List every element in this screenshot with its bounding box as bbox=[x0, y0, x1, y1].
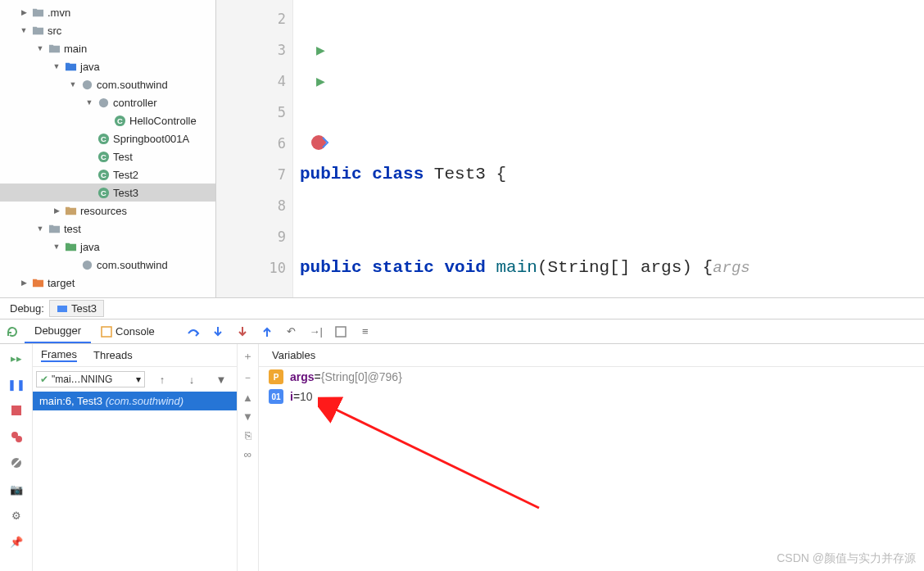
thread-selector[interactable]: ✔"mai…NNING▾ bbox=[36, 371, 145, 387]
svg-rect-16 bbox=[336, 327, 346, 337]
folder-icon bbox=[31, 24, 44, 37]
copy-button[interactable]: ⎘ bbox=[245, 429, 251, 442]
svg-text:C: C bbox=[101, 153, 106, 161]
class-icon: C bbox=[97, 186, 110, 199]
debug-header: Debug: Test3 bbox=[0, 298, 924, 319]
svg-text:C: C bbox=[117, 117, 123, 125]
tree-item-test[interactable]: CTest bbox=[0, 147, 215, 165]
class-icon: C bbox=[97, 150, 110, 163]
svg-rect-14 bbox=[57, 306, 67, 312]
console-tab[interactable]: Console bbox=[91, 320, 165, 343]
variable-row[interactable]: 01 i = 10 bbox=[259, 387, 924, 406]
up-button[interactable]: ▲ bbox=[242, 392, 253, 404]
breakpoint-icon[interactable] bbox=[310, 132, 332, 156]
force-step-into-button[interactable] bbox=[230, 320, 255, 343]
debug-run-config[interactable]: Test3 bbox=[49, 300, 104, 317]
run-gutter-icon[interactable]: ▶ bbox=[316, 75, 325, 88]
drop-frame-button[interactable]: ↶ bbox=[279, 320, 304, 343]
variable-row[interactable]: P args = {String[0]@796} bbox=[259, 367, 924, 387]
pin-button[interactable]: 📌 bbox=[9, 534, 24, 549]
debug-toolbar: Debugger Console ↶ →| ≡ bbox=[0, 319, 924, 344]
param-badge-icon: P bbox=[269, 369, 283, 384]
watermark: CSDN @颜值与实力并存源 bbox=[777, 551, 916, 566]
svg-text:C: C bbox=[101, 171, 106, 179]
prev-frame-button[interactable]: ↑ bbox=[150, 368, 174, 391]
code-editor[interactable]: 2 3▶ 4▶ 5 6 7 8 9 10 public class Test3 … bbox=[216, 0, 924, 297]
debug-side-toolbar: ▸▸ ❚❚ 📷 ⚙ 📌 bbox=[0, 344, 33, 571]
step-over-button[interactable] bbox=[181, 320, 206, 343]
tree-item-testjava[interactable]: ▼java bbox=[0, 238, 215, 256]
frames-tab[interactable]: Frames bbox=[41, 348, 77, 362]
resources-folder-icon bbox=[64, 204, 77, 217]
tree-item-package[interactable]: ▼com.southwind bbox=[0, 75, 215, 93]
tree-item-hello[interactable]: CHelloControlle bbox=[0, 111, 215, 129]
svg-rect-17 bbox=[11, 406, 21, 415]
excluded-folder-icon bbox=[31, 276, 44, 289]
svg-point-12 bbox=[82, 260, 91, 269]
svg-text:C: C bbox=[101, 189, 106, 197]
tree-item-src[interactable]: ▼src bbox=[0, 21, 215, 39]
tree-item-resources[interactable]: ▶resources bbox=[0, 202, 215, 220]
class-icon: C bbox=[113, 114, 126, 127]
stop-button[interactable] bbox=[9, 403, 24, 418]
trace-button[interactable]: ≡ bbox=[353, 320, 378, 343]
variables-panel: Variables P args = {String[0]@796} 01 i … bbox=[259, 344, 924, 571]
project-tree[interactable]: ▶.mvn ▼src ▼main ▼java ▼com.southwind ▼c… bbox=[0, 0, 216, 297]
mute-breakpoints-button[interactable] bbox=[9, 455, 24, 470]
tree-item-test2[interactable]: CTest2 bbox=[0, 165, 215, 184]
settings-button[interactable]: ⚙ bbox=[9, 508, 24, 523]
test-folder-icon bbox=[64, 240, 77, 253]
threads-tab[interactable]: Threads bbox=[93, 349, 133, 361]
view-breakpoints-button[interactable] bbox=[9, 429, 24, 444]
run-gutter-icon[interactable]: ▶ bbox=[316, 43, 325, 57]
frames-side-toolbar: ＋ － ▲ ▼ ⎘ ∞ bbox=[238, 344, 259, 571]
next-frame-button[interactable]: ↓ bbox=[179, 368, 204, 391]
svg-text:C: C bbox=[101, 135, 106, 143]
tree-item-controller[interactable]: ▼controller bbox=[0, 93, 215, 111]
run-to-cursor-button[interactable]: →| bbox=[304, 320, 328, 343]
folder-icon bbox=[48, 42, 61, 55]
folder-icon bbox=[31, 6, 44, 19]
code-content[interactable]: public class Test3 { public static void … bbox=[293, 0, 924, 297]
folder-icon bbox=[48, 222, 61, 235]
inline-hint: args bbox=[713, 252, 750, 283]
remove-button[interactable]: － bbox=[242, 370, 253, 385]
step-out-button[interactable] bbox=[255, 320, 279, 343]
svg-point-1 bbox=[98, 97, 107, 106]
tree-item-testpkg[interactable]: com.southwind bbox=[0, 256, 215, 274]
step-into-button[interactable] bbox=[206, 320, 230, 343]
package-icon bbox=[80, 258, 93, 271]
package-icon bbox=[80, 78, 93, 91]
tree-item-java[interactable]: ▼java bbox=[0, 57, 215, 75]
tree-item-spring[interactable]: CSpringboot001A bbox=[0, 129, 215, 147]
get-thread-dump-button[interactable]: 📷 bbox=[9, 482, 24, 496]
int-badge-icon: 01 bbox=[269, 389, 283, 404]
filter-button[interactable]: ▼ bbox=[209, 368, 233, 391]
svg-point-0 bbox=[82, 79, 91, 88]
tree-item-mvn[interactable]: ▶.mvn bbox=[0, 3, 215, 21]
tree-item-testfolder[interactable]: ▼test bbox=[0, 220, 215, 238]
tree-item-target[interactable]: ▶target bbox=[0, 274, 215, 292]
source-folder-icon bbox=[64, 60, 77, 73]
evaluate-button[interactable] bbox=[328, 320, 353, 343]
svg-point-13 bbox=[311, 135, 326, 150]
package-icon bbox=[97, 96, 110, 109]
add-button[interactable]: ＋ bbox=[242, 349, 253, 364]
svg-point-19 bbox=[16, 436, 22, 442]
link-button[interactable]: ∞ bbox=[244, 448, 251, 460]
frames-panel: Frames Threads ✔"mai…NNING▾ ↑ ↓ ▼ main:6… bbox=[33, 344, 238, 571]
stack-frame[interactable]: main:6, Test3 (com.southwind) bbox=[33, 392, 237, 410]
class-icon: C bbox=[97, 132, 110, 145]
resume-button[interactable]: ▸▸ bbox=[9, 351, 24, 365]
rerun-button[interactable] bbox=[0, 320, 25, 343]
debugger-tab[interactable]: Debugger bbox=[25, 320, 91, 343]
variables-header: Variables bbox=[259, 344, 924, 367]
pause-button[interactable]: ❚❚ bbox=[9, 377, 24, 392]
tree-item-test3[interactable]: CTest3 bbox=[0, 184, 215, 202]
tree-item-main[interactable]: ▼main bbox=[0, 39, 215, 57]
editor-gutter[interactable]: 2 3▶ 4▶ 5 6 7 8 9 10 bbox=[216, 0, 293, 297]
down-button[interactable]: ▼ bbox=[242, 410, 253, 423]
class-icon: C bbox=[97, 168, 110, 181]
svg-rect-15 bbox=[102, 327, 111, 337]
